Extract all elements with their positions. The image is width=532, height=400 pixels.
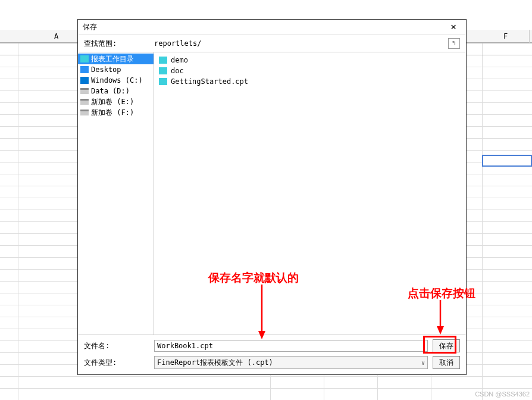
- selected-cell[interactable]: [482, 155, 532, 167]
- file-item-label: GettingStarted.cpt: [171, 77, 248, 86]
- folder-icon: [159, 67, 167, 74]
- sidebar-item-label: 新加卷 (F:): [91, 108, 134, 118]
- sidebar-item-label: 新加卷 (E:): [91, 97, 134, 107]
- sidebar-item-label: Desktop: [91, 65, 121, 74]
- filetype-label: 文件类型:: [84, 358, 149, 368]
- filetype-value: FineReport报表模板文件 (.cpt): [157, 358, 273, 368]
- close-button[interactable]: ✕: [446, 21, 461, 33]
- file-list[interactable]: demo doc GettingStarted.cpt: [154, 52, 466, 335]
- cancel-button[interactable]: 取消: [433, 356, 460, 369]
- sidebar-item-drive-f[interactable]: 新加卷 (F:): [78, 107, 154, 118]
- sidebar-item-label: Data (D:): [91, 87, 130, 95]
- sidebar-item-label: 报表工作目录: [91, 54, 134, 64]
- sidebar-item-label: Windows (C:): [91, 76, 143, 85]
- disk-icon: [80, 88, 89, 94]
- windows-icon: [80, 77, 89, 84]
- filename-input[interactable]: [154, 340, 428, 352]
- sidebar-item-drive-e[interactable]: 新加卷 (E:): [78, 96, 154, 107]
- dialog-body: 报表工作目录 Desktop Windows (C:) Data (D:) 新加…: [78, 52, 466, 335]
- path-label: 查找范围:: [84, 39, 149, 49]
- save-button[interactable]: 保存: [433, 339, 460, 352]
- up-directory-icon[interactable]: [448, 38, 460, 49]
- sidebar-item-report-workdir[interactable]: 报表工作目录: [78, 54, 154, 64]
- dialog-bottom: 文件名: 保存 文件类型: FineReport报表模板文件 (.cpt) ∨ …: [78, 335, 466, 374]
- location-sidebar: 报表工作目录 Desktop Windows (C:) Data (D:) 新加…: [78, 52, 154, 335]
- save-dialog: 保存 ✕ 查找范围: reportlets/ 报表工作目录 Desktop Wi…: [77, 19, 467, 375]
- file-item-cpt[interactable]: GettingStarted.cpt: [158, 76, 462, 87]
- column-header-f[interactable]: F: [482, 30, 530, 43]
- file-item-label: doc: [171, 67, 184, 75]
- chevron-down-icon: ∨: [421, 360, 425, 366]
- path-row: 查找范围: reportlets/: [78, 35, 466, 52]
- filetype-select[interactable]: FineReport报表模板文件 (.cpt) ∨: [154, 356, 428, 369]
- file-item-folder[interactable]: demo: [158, 55, 462, 65]
- sidebar-item-drive-c[interactable]: Windows (C:): [78, 75, 154, 86]
- file-item-label: demo: [171, 56, 188, 64]
- filename-label: 文件名:: [84, 341, 149, 351]
- folder-icon: [159, 57, 167, 64]
- path-value: reportlets/: [154, 39, 443, 48]
- file-item-folder[interactable]: doc: [158, 65, 462, 76]
- filename-row: 文件名: 保存: [84, 338, 460, 354]
- dialog-titlebar: 保存 ✕: [78, 20, 466, 35]
- dialog-title: 保存: [83, 22, 446, 32]
- cpt-file-icon: [159, 78, 167, 85]
- sidebar-item-desktop[interactable]: Desktop: [78, 64, 154, 75]
- filetype-row: 文件类型: FineReport报表模板文件 (.cpt) ∨ 取消: [84, 354, 460, 371]
- watermark: CSDN @SSS4362: [475, 390, 530, 398]
- sidebar-item-drive-d[interactable]: Data (D:): [78, 86, 154, 96]
- folder-icon: [80, 55, 89, 62]
- disk-icon: [80, 99, 89, 105]
- disk-icon: [80, 110, 89, 115]
- folder-icon: [80, 66, 89, 73]
